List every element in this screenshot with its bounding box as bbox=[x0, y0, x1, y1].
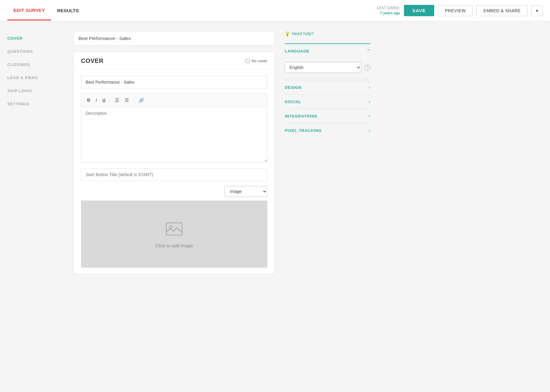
no-cover-checkbox[interactable] bbox=[246, 59, 250, 63]
main-nav: EDIT SURVEY RESULTS bbox=[7, 1, 85, 20]
integrations-section[interactable]: INTEGRATIONS › bbox=[285, 109, 370, 123]
pixel-tracking-section-title: PIXEL TRACKING bbox=[285, 128, 322, 133]
cover-card: COVER No cover B I U bbox=[73, 52, 275, 274]
bold-button[interactable]: B bbox=[85, 96, 92, 104]
design-section-title: DESIGN bbox=[285, 85, 302, 90]
nav-results[interactable]: RESULTS bbox=[51, 1, 85, 20]
save-button[interactable]: SAVE bbox=[404, 5, 435, 16]
cover-card-body: B I U ☰ ☰ 🔗 bbox=[74, 70, 275, 274]
need-help-text: Need help? bbox=[292, 31, 314, 36]
svg-rect-0 bbox=[166, 223, 182, 235]
social-section[interactable]: SOCIAL › bbox=[285, 94, 370, 109]
sidebar-item-cover[interactable]: COVER bbox=[7, 36, 54, 41]
sidebar-item-closings[interactable]: CLOSINGS bbox=[7, 62, 54, 67]
language-section-wrapper: LANGUAGE ⌃ English Spanish French German… bbox=[285, 43, 370, 80]
last-saved-info: LAST SAVED: 7 years ago bbox=[377, 5, 400, 16]
bullet-list-icon: ☰ bbox=[115, 98, 119, 103]
language-chevron-down-icon: ⌃ bbox=[366, 48, 370, 54]
sidebar-item-settings[interactable]: SETTINGS bbox=[7, 102, 54, 106]
header: EDIT SURVEY RESULTS LAST SAVED: 7 years … bbox=[0, 0, 550, 21]
language-row: English Spanish French German ? bbox=[285, 58, 370, 79]
pixel-tracking-chevron-right-icon: › bbox=[369, 128, 370, 133]
sidebar-item-questions[interactable]: QUESTIONS bbox=[7, 49, 54, 54]
cover-card-header: COVER No cover bbox=[74, 52, 275, 70]
no-cover-label[interactable]: No cover bbox=[246, 59, 267, 63]
image-placeholder-icon bbox=[166, 220, 183, 239]
language-help-icon[interactable]: ? bbox=[364, 64, 370, 71]
last-saved-label: LAST SAVED: bbox=[377, 6, 400, 10]
click-to-add-image-text: Click to add image bbox=[155, 243, 193, 248]
italic-button[interactable]: I bbox=[94, 96, 99, 104]
start-button-title-input[interactable] bbox=[81, 168, 267, 181]
header-actions: LAST SAVED: 7 years ago SAVE PREVIEW EMB… bbox=[377, 5, 543, 16]
numbered-list-icon: ☰ bbox=[125, 98, 129, 103]
image-controls: Image Video None bbox=[81, 186, 267, 197]
language-select[interactable]: English Spanish French German bbox=[285, 62, 361, 73]
nav-edit-survey[interactable]: EDIT SURVEY bbox=[7, 1, 51, 20]
more-options-button[interactable]: ▾ bbox=[531, 5, 543, 16]
numbered-list-button[interactable]: ☰ bbox=[123, 96, 131, 104]
bulb-icon: 💡 bbox=[285, 31, 290, 36]
right-panel: 💡 Need help? LANGUAGE ⌃ English Spanish … bbox=[285, 31, 370, 382]
cover-heading: COVER bbox=[81, 57, 104, 64]
social-section-title: SOCIAL bbox=[285, 100, 301, 104]
no-cover-text: No cover bbox=[251, 59, 267, 63]
design-chevron-right-icon: › bbox=[369, 85, 370, 90]
link-button[interactable]: 🔗 bbox=[136, 96, 146, 104]
toolbar-divider-2 bbox=[134, 97, 134, 103]
content-area: COVER No cover B I U bbox=[61, 21, 550, 392]
image-type-select[interactable]: Image Video None bbox=[225, 186, 267, 197]
language-section-title: LANGUAGE bbox=[285, 49, 310, 53]
form-area: COVER No cover B I U bbox=[73, 31, 275, 382]
need-help-link[interactable]: 💡 Need help? bbox=[285, 31, 370, 36]
underline-button[interactable]: U bbox=[100, 96, 108, 104]
cover-title-input[interactable] bbox=[81, 76, 267, 89]
link-icon: 🔗 bbox=[138, 98, 144, 103]
toolbar-divider-1 bbox=[110, 97, 110, 103]
preview-button[interactable]: PREVIEW bbox=[438, 5, 473, 16]
embed-share-button[interactable]: EMBED & SHARE bbox=[476, 5, 528, 16]
rich-text-toolbar: B I U ☰ ☰ 🔗 bbox=[81, 93, 267, 107]
sidebar-item-skip-logic[interactable]: SKIP LOGIC bbox=[7, 89, 54, 93]
integrations-section-title: INTEGRATIONS bbox=[285, 114, 317, 118]
image-drop-area[interactable]: Click to add image bbox=[81, 201, 267, 268]
social-chevron-right-icon: › bbox=[369, 99, 370, 104]
description-textarea[interactable] bbox=[81, 107, 267, 162]
design-section[interactable]: DESIGN › bbox=[285, 80, 370, 94]
sidebar-item-lead-email[interactable]: LEAD & EMAIL bbox=[7, 75, 54, 80]
main-layout: COVER QUESTIONS CLOSINGS LEAD & EMAIL SK… bbox=[0, 21, 550, 392]
integrations-chevron-right-icon: › bbox=[369, 113, 370, 119]
survey-title-input[interactable] bbox=[73, 31, 275, 45]
sidebar: COVER QUESTIONS CLOSINGS LEAD & EMAIL SK… bbox=[0, 21, 61, 392]
pixel-tracking-section[interactable]: PIXEL TRACKING › bbox=[285, 123, 370, 137]
language-section-header[interactable]: LANGUAGE ⌃ bbox=[285, 43, 370, 58]
last-saved-time: 7 years ago bbox=[380, 11, 400, 15]
chevron-down-icon: ▾ bbox=[536, 8, 538, 13]
bullet-list-button[interactable]: ☰ bbox=[113, 96, 121, 104]
